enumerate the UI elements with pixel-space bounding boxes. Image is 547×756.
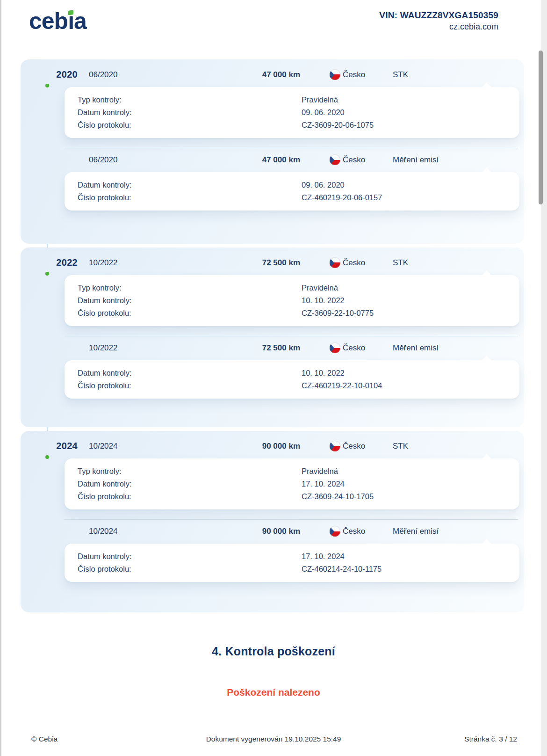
entry-odometer: 90 000 km <box>219 442 300 451</box>
year-panel-2022: 202210/202272 500 kmČeskoSTKTyp kontroly… <box>21 247 524 427</box>
entry-month: 06/2020 <box>89 70 117 80</box>
inspection-card: Typ kontroly:PravidelnáDatum kontroly:17… <box>65 458 519 509</box>
card-row: Datum kontroly:09. 06. 2020 <box>78 106 519 119</box>
cebia-logo: cebıa <box>29 7 86 35</box>
card-row-label: Číslo protokolu: <box>78 490 131 503</box>
entry-month: 10/2022 <box>89 258 117 268</box>
vin-label: VIN: WAUZZZ8VXGA150359 <box>379 10 498 21</box>
entry-country: Česko <box>343 258 365 268</box>
entry-odometer: 72 500 km <box>219 343 300 353</box>
entry-header: 06/202047 000 kmČeskoSTK <box>65 70 519 80</box>
card-row: Datum kontroly:17. 10. 2024 <box>78 550 519 563</box>
panel-content: 10/202490 000 kmČeskoSTKTyp kontroly:Pra… <box>65 431 519 582</box>
timeline-dot <box>45 272 49 276</box>
card-row-label: Číslo protokolu: <box>78 191 131 204</box>
card-row: Číslo protokolu:CZ-460214-24-10-1175 <box>78 563 519 575</box>
timeline-dot <box>45 455 49 459</box>
entry-inspection-type: STK <box>393 258 408 268</box>
card-row: Typ kontroly:Pravidelná <box>78 94 519 106</box>
card-row: Číslo protokolu:CZ-3609-20-06-1075 <box>78 119 519 131</box>
entry-inspection-type: STK <box>393 70 408 80</box>
czech-flag-icon <box>330 257 340 268</box>
site-url: cz.cebia.com <box>379 22 498 32</box>
entry-odometer: 72 500 km <box>219 258 300 268</box>
card-row-value: CZ-460219-22-10-0104 <box>302 379 382 392</box>
card-row-value: CZ-3609-24-10-1705 <box>302 490 374 503</box>
entry-inspection-type: Měření emisí <box>393 343 439 353</box>
card-row-label: Typ kontroly: <box>78 465 122 478</box>
scrollbar-thumb[interactable] <box>539 51 543 204</box>
card-row-value: CZ-460214-24-10-1175 <box>302 563 381 575</box>
card-row-value: CZ-460219-20-06-0157 <box>302 191 382 204</box>
footer-page-number: Stránka č. 3 / 12 <box>464 735 517 743</box>
entry-country: Česko <box>343 343 365 353</box>
year-panel-2024: 202410/202490 000 kmČeskoSTKTyp kontroly… <box>21 431 524 612</box>
card-row-label: Datum kontroly: <box>78 550 132 563</box>
entry-odometer: 47 000 km <box>219 155 300 165</box>
entry-divider <box>64 336 518 336</box>
inspection-card: Datum kontroly:09. 06. 2020Číslo protoko… <box>65 172 519 211</box>
card-row-label: Číslo protokolu: <box>78 379 131 392</box>
entry-month: 06/2020 <box>89 155 117 165</box>
timeline-dot <box>45 84 49 87</box>
header-right: VIN: WAUZZZ8VXGA150359 cz.cebia.com <box>379 10 498 32</box>
czech-flag-icon <box>330 342 340 353</box>
card-row-value: CZ-3609-22-10-0775 <box>302 307 374 320</box>
card-row-label: Číslo protokolu: <box>78 307 131 320</box>
entry-header: 10/202272 500 kmČeskoMěření emisí <box>65 343 519 353</box>
inspection-card: Typ kontroly:PravidelnáDatum kontroly:09… <box>65 87 519 138</box>
card-row: Datum kontroly:10. 10. 2022 <box>78 294 519 307</box>
entry-country: Česko <box>343 442 365 451</box>
inspection-card: Datum kontroly:17. 10. 2024Číslo protoko… <box>65 544 519 582</box>
card-row: Datum kontroly:17. 10. 2024 <box>78 478 519 490</box>
card-row-value: CZ-3609-20-06-1075 <box>302 119 374 131</box>
card-row: Číslo protokolu:CZ-3609-24-10-1705 <box>78 490 519 503</box>
entry-header: 06/202047 000 kmČeskoMěření emisí <box>65 155 519 165</box>
entry-country: Česko <box>343 527 365 536</box>
entry-header: 10/202272 500 kmČeskoSTK <box>65 258 519 268</box>
entry-inspection-type: Měření emisí <box>393 527 439 536</box>
window-left-edge <box>0 0 1 756</box>
card-row-value: Pravidelná <box>302 465 338 478</box>
czech-flag-icon <box>330 154 340 165</box>
card-row-value: 09. 06. 2020 <box>302 106 345 119</box>
entry-header: 10/202490 000 kmČeskoMěření emisí <box>65 527 519 536</box>
panel-content: 10/202272 500 kmČeskoSTKTyp kontroly:Pra… <box>65 247 519 399</box>
card-row: Typ kontroly:Pravidelná <box>78 282 519 294</box>
card-row-value: 10. 10. 2022 <box>302 367 345 379</box>
card-row-value: 17. 10. 2024 <box>302 478 345 490</box>
card-row: Číslo protokolu:CZ-460219-20-06-0157 <box>78 191 519 204</box>
year-panel-2020: 202006/202047 000 kmČeskoSTKTyp kontroly… <box>21 59 524 244</box>
card-row-label: Datum kontroly: <box>78 367 132 379</box>
card-row-value: Pravidelná <box>302 282 338 294</box>
entry-country: Česko <box>343 70 365 80</box>
entry-inspection-type: STK <box>393 442 408 451</box>
card-row-label: Datum kontroly: <box>78 294 132 307</box>
inspection-card: Datum kontroly:10. 10. 2022Číslo protoko… <box>65 360 519 399</box>
czech-flag-icon <box>330 441 340 451</box>
entry-header: 10/202490 000 kmČeskoSTK <box>65 442 519 451</box>
card-row-value: Pravidelná <box>302 94 338 106</box>
section-title: 4. Kontrola poškození <box>0 645 547 658</box>
inspection-card: Typ kontroly:PravidelnáDatum kontroly:10… <box>65 275 519 326</box>
entry-month: 10/2024 <box>89 527 117 536</box>
logo-leaf-icon <box>68 10 74 15</box>
card-row-label: Datum kontroly: <box>78 179 132 191</box>
card-row-value: 09. 06. 2020 <box>302 179 345 191</box>
card-row-value: 10. 10. 2022 <box>302 294 345 307</box>
entry-inspection-type: Měření emisí <box>393 155 439 165</box>
card-row: Číslo protokolu:CZ-3609-22-10-0775 <box>78 307 519 320</box>
entry-divider <box>64 519 518 520</box>
damage-result-status: Poškození nalezeno <box>0 687 547 698</box>
card-row-label: Datum kontroly: <box>78 106 132 119</box>
card-row-label: Typ kontroly: <box>78 94 122 106</box>
card-row: Datum kontroly:09. 06. 2020 <box>78 179 519 191</box>
czech-flag-icon <box>330 526 340 537</box>
card-row: Typ kontroly:Pravidelná <box>78 465 519 478</box>
card-row-label: Číslo protokolu: <box>78 119 131 131</box>
card-row: Datum kontroly:10. 10. 2022 <box>78 367 519 379</box>
card-row-label: Typ kontroly: <box>78 282 122 294</box>
czech-flag-icon <box>330 69 340 80</box>
entry-odometer: 90 000 km <box>219 527 300 536</box>
card-row-value: 17. 10. 2024 <box>302 550 345 563</box>
